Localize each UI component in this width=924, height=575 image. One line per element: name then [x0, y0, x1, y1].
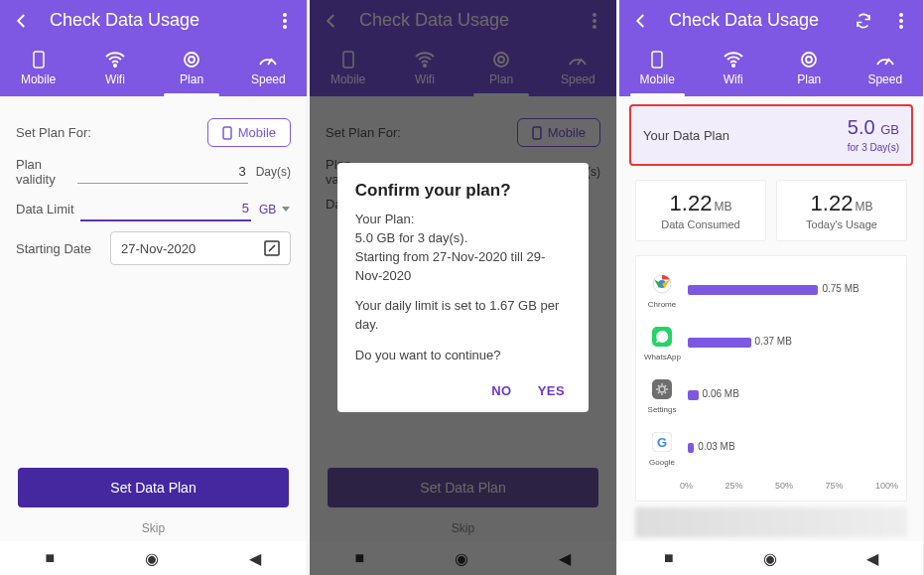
chart-axis: 0%25%50%75%100% [680, 481, 898, 491]
nav-home-icon[interactable]: ◉ [145, 549, 159, 568]
tab-wifi[interactable]: Wifi [696, 41, 772, 96]
phone-icon [222, 126, 232, 140]
svg-point-17 [899, 13, 903, 17]
svg-point-22 [802, 53, 816, 67]
app-row-chrome[interactable]: Chrome0.75 MB [644, 270, 898, 309]
validity-label: Plan validity [16, 157, 77, 187]
dialog-yes-button[interactable]: YES [538, 383, 566, 398]
plan-summary-label: Your Data Plan [643, 128, 729, 143]
plan-icon [154, 49, 230, 71]
dialog-daily-limit: Your daily limit is set to 1.67 GB per d… [355, 297, 571, 335]
svg-point-2 [283, 25, 287, 29]
limit-unit-dropdown[interactable]: GB [251, 203, 291, 216]
chrome-icon [648, 270, 676, 298]
plan-mode-button[interactable]: Mobile [207, 118, 291, 147]
limit-input[interactable] [80, 197, 251, 221]
usage-stats: 1.22MB Data Consumed 1.22MB Today's Usag… [635, 180, 907, 241]
nav-home-icon[interactable]: ◉ [763, 549, 777, 568]
edit-icon [264, 240, 280, 256]
svg-point-19 [899, 25, 903, 29]
tab-speed[interactable]: Speed [848, 41, 924, 96]
screen-confirm-dialog: Check Data Usage Mobile Wifi Plan Speed … [310, 0, 617, 575]
screen-usage-dashboard: Check Data Usage Mobile Wifi Plan Speed … [619, 0, 924, 575]
phone-icon [0, 49, 76, 71]
svg-point-6 [189, 57, 195, 63]
tab-wifi[interactable]: Wifi [76, 41, 153, 96]
validity-suffix: Day(s) [248, 165, 291, 179]
svg-point-0 [283, 13, 287, 17]
date-picker[interactable]: 27-Nov-2020 [110, 231, 291, 265]
svg-point-4 [114, 65, 116, 67]
tab-speed[interactable]: Speed [230, 41, 307, 96]
date-label: Starting Date [16, 241, 110, 256]
nav-back-icon[interactable]: ◀ [249, 549, 261, 568]
app-row-settings[interactable]: Settings0.06 MB [644, 375, 898, 414]
plan-icon [771, 49, 848, 71]
refresh-icon[interactable] [854, 11, 873, 31]
usage-content: Your Data Plan 5.0 GB for 3 Day(s) 1.22M… [619, 96, 923, 575]
system-navbar: ■ ◉ ◀ [619, 541, 923, 575]
svg-point-23 [806, 57, 812, 63]
app-header: Check Data Usage [0, 0, 307, 41]
svg-rect-20 [652, 52, 662, 68]
app-header: Check Data Usage [619, 0, 923, 41]
dialog-scrim[interactable]: Confirm your plan? Your Plan: 5.0 GB for… [310, 0, 616, 575]
overflow-icon[interactable] [275, 11, 295, 31]
skip-link[interactable]: Skip [18, 521, 289, 535]
bottom-actions: Set Data Plan Skip [0, 468, 307, 535]
svg-point-21 [732, 65, 734, 67]
dialog-body: Your Plan: 5.0 GB for 3 day(s). Starting… [355, 211, 571, 285]
app-usage-chart: Chrome0.75 MBWhatsApp0.37 MBSettings0.06… [635, 255, 907, 502]
speed-icon [848, 49, 924, 71]
nav-back-icon[interactable]: ◀ [866, 549, 878, 568]
google-icon: G [648, 428, 676, 456]
svg-point-1 [283, 19, 287, 23]
stat-consumed[interactable]: 1.22MB Data Consumed [635, 180, 766, 241]
svg-text:G: G [657, 435, 667, 450]
app-row-google[interactable]: GGoogle0.03 MB [644, 428, 898, 467]
nav-recent-icon[interactable]: ■ [664, 549, 674, 567]
set-plan-button[interactable]: Set Data Plan [18, 468, 289, 507]
svg-rect-27 [652, 379, 672, 399]
blurred-region [635, 507, 907, 537]
app-title: Check Data Usage [50, 10, 257, 31]
svg-rect-3 [34, 52, 44, 68]
app-title: Check Data Usage [669, 10, 836, 31]
chevron-down-icon [282, 207, 290, 212]
tab-bar: Mobile Wifi Plan Speed [619, 41, 923, 96]
app-row-whatsapp[interactable]: WhatsApp0.37 MB [644, 323, 898, 361]
wifi-icon [696, 49, 772, 71]
tab-bar: Mobile Wifi Plan Speed [0, 41, 307, 96]
phone-icon [619, 49, 696, 71]
tab-mobile[interactable]: Mobile [0, 41, 76, 96]
back-icon[interactable] [631, 11, 651, 31]
back-icon[interactable] [12, 11, 32, 31]
dialog-title: Confirm your plan? [355, 181, 571, 201]
tab-mobile[interactable]: Mobile [619, 41, 696, 96]
validity-input[interactable] [77, 160, 248, 184]
wifi-icon [76, 49, 153, 71]
tab-plan[interactable]: Plan [771, 41, 848, 96]
settings-icon [648, 375, 676, 403]
dialog-question: Do you want to continue? [355, 347, 571, 365]
system-navbar: ■ ◉ ◀ [0, 541, 307, 575]
dialog-no-button[interactable]: NO [491, 383, 512, 398]
limit-label: Data Limit [16, 202, 80, 216]
confirm-dialog: Confirm your plan? Your Plan: 5.0 GB for… [337, 163, 589, 412]
overflow-icon[interactable] [891, 11, 911, 31]
svg-point-5 [185, 53, 198, 67]
nav-recent-icon[interactable]: ■ [46, 549, 56, 567]
set-plan-for-label: Set Plan For: [16, 125, 110, 140]
plan-summary-card[interactable]: Your Data Plan 5.0 GB for 3 Day(s) [629, 104, 913, 166]
svg-point-18 [899, 19, 903, 23]
screen-plan-setup: Check Data Usage Mobile Wifi Plan Speed … [0, 0, 308, 575]
speed-icon [230, 49, 307, 71]
stat-today[interactable]: 1.22MB Today's Usage [776, 180, 907, 241]
svg-rect-7 [223, 127, 231, 139]
whatsapp-icon [648, 323, 676, 351]
tab-plan[interactable]: Plan [154, 41, 230, 96]
